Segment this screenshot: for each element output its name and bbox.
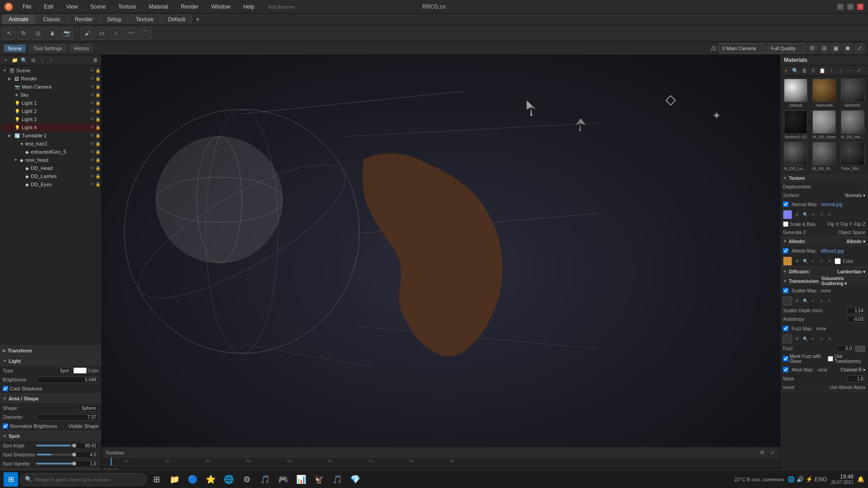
tree-item-light2[interactable]: 💡 Light 2 👁 🔒 (1, 107, 100, 115)
figure-tool-button[interactable]: ♟ (46, 27, 59, 40)
material-item-lambert2[interactable]: lambert2 (839, 78, 866, 108)
fuzz-edit-button[interactable]: ✏ (810, 336, 816, 342)
diameter-input[interactable] (37, 414, 99, 421)
quality-dropdown[interactable]: Full Quality (768, 43, 806, 53)
channel-value[interactable]: Channel R ▾ (840, 367, 865, 372)
app4-button[interactable]: ⭐ (203, 471, 219, 488)
normal-map-thumbnail[interactable] (783, 210, 792, 219)
material-item-haircards[interactable]: haircards (811, 78, 838, 108)
menu-help[interactable]: Help (241, 3, 257, 11)
tree-item-main-camera[interactable]: 📷 Main Camera 👁 🔒 (1, 83, 100, 91)
tree-item-new-head[interactable]: ▼ ◆ new_head 👁 🔒 (1, 156, 100, 164)
app11-button[interactable]: 🎵 (329, 471, 345, 488)
mat-export-button[interactable]: ↓ (836, 66, 844, 75)
spot-vignette-thumb[interactable] (72, 462, 76, 465)
fuzz-copy-button[interactable]: ⎘ (818, 336, 825, 342)
eye-icon[interactable]: 👁 (90, 76, 94, 81)
camera-dropdown[interactable]: 3 Main Camera (719, 43, 766, 53)
eye-icon[interactable]: 👁 (90, 174, 94, 178)
tree-expand-button[interactable]: ↓ (38, 56, 46, 64)
eye-icon[interactable]: 👁 (90, 125, 94, 130)
cast-shadows-checkbox[interactable] (3, 386, 8, 391)
tree-add-button[interactable]: + (2, 56, 10, 64)
keyboard-layout-icon[interactable]: ENG (815, 476, 827, 483)
wave-tool-button[interactable]: 〰 (124, 27, 137, 40)
menu-window[interactable]: Window (208, 3, 233, 11)
transmission-header[interactable]: ▼ Transmission: Volumetric Scattering ▾ (780, 277, 868, 286)
eye-icon[interactable]: 👁 (90, 166, 94, 170)
scatter-thumbnail[interactable] (783, 296, 792, 305)
timeline-settings-icon[interactable]: ⚙ (758, 449, 766, 457)
mask-input[interactable] (847, 375, 865, 382)
app-logo[interactable]: R (5, 3, 13, 11)
lock-icon[interactable]: 🔒 (95, 174, 100, 178)
scatter-delete-button[interactable]: ✕ (826, 298, 833, 304)
lock-icon[interactable]: 🔒 (95, 158, 100, 162)
lock-icon[interactable]: 🔒 (95, 109, 100, 113)
expand-icon[interactable]: ⤢ (854, 43, 864, 53)
spot-header[interactable]: ▼ Spot (0, 431, 101, 441)
normal-gear-button[interactable]: ⚙ (794, 211, 800, 218)
lock-icon[interactable]: 🔒 (95, 76, 100, 81)
fuzz-thumbnail[interactable] (783, 334, 792, 343)
albedo-header[interactable]: ▼ Albedo: Albedo ▾ (780, 237, 868, 246)
transform-header[interactable]: ▶ Transform (0, 346, 101, 356)
menu-material[interactable]: Material (146, 3, 171, 11)
normal-edit-button[interactable]: ✏ (810, 211, 816, 218)
app9-button[interactable]: 📊 (293, 471, 309, 488)
spot-vignette-input[interactable] (76, 460, 99, 467)
light-handle-icon[interactable]: ◇ (665, 91, 676, 107)
clock-display[interactable]: 19:48 26.07.2021 (831, 474, 854, 485)
lock-icon[interactable]: 🔒 (95, 133, 100, 138)
mat-copy-button[interactable]: ⎘ (809, 66, 817, 75)
material-item-mdd-rings[interactable]: M_DD_Rings (811, 141, 838, 172)
tree-delete-button[interactable]: 🗑 (91, 56, 99, 64)
fuzz-map-checkbox[interactable] (783, 326, 788, 331)
browser-button[interactable]: 🌐 (221, 471, 237, 488)
material-item-default[interactable]: Default (782, 78, 810, 108)
timeline-playhead[interactable] (111, 458, 112, 465)
albedo-search-button[interactable]: 🔍 (802, 258, 808, 264)
sphere-tool-button[interactable]: ⊙ (32, 27, 44, 40)
albedo-color-swatch[interactable] (835, 258, 841, 264)
eye-icon[interactable]: 👁 (90, 68, 94, 73)
scatter-depth-input[interactable] (847, 307, 865, 314)
transmission-value[interactable]: Volumetric Scattering ▾ (821, 276, 865, 286)
eye-icon[interactable]: 👁 (90, 158, 94, 162)
rotate-tool-button[interactable]: ↻ (17, 27, 30, 40)
settings-button[interactable]: ⚙ (239, 471, 255, 488)
diffusion-header[interactable]: ▼ Diffusion: Lambertian ▾ (780, 267, 868, 276)
menu-edit[interactable]: Edit (41, 3, 56, 11)
tab-setup[interactable]: Setup (100, 14, 128, 24)
normal-copy-button[interactable]: ⎘ (818, 211, 825, 218)
mat-settings-button[interactable]: ⋯ (845, 66, 854, 75)
lock-icon[interactable]: 🔒 (95, 141, 100, 146)
mask-fuzz-checkbox[interactable] (783, 356, 788, 361)
eye-icon[interactable]: 👁 (90, 101, 94, 105)
close-button[interactable]: ✕ (857, 4, 863, 10)
mat-expand-button[interactable]: ⤢ (854, 66, 863, 75)
tab-classic[interactable]: Classic (36, 14, 67, 24)
fuzz-input[interactable] (835, 345, 854, 352)
albedo-map-checkbox[interactable] (783, 248, 788, 253)
albedo-gear-button[interactable]: ⚙ (794, 258, 800, 264)
tree-search-button[interactable]: 🔍 (20, 56, 28, 64)
diffusion-value[interactable]: Lambertian ▾ (837, 269, 865, 274)
minimize-button[interactable]: ─ (837, 4, 844, 10)
scene-button[interactable]: Scene (4, 44, 26, 52)
surface-value[interactable]: Normals ▾ (845, 193, 865, 198)
taskbar-search[interactable]: 🔍 Введите здесь текст для поиска (20, 473, 146, 486)
mat-search-button[interactable]: 🔍 (791, 66, 799, 75)
material-item-lambert2i[interactable]: lambert2 (1) (782, 109, 810, 140)
material-item-mdd-head[interactable]: M_DD_Head (839, 109, 866, 140)
path-tool-button[interactable]: ⌒ (139, 27, 151, 40)
tree-item-light4[interactable]: 💡 Light 4 👁 🔒 (1, 123, 100, 131)
material-item-mdd-lashes[interactable]: M_DD_Lashes (782, 141, 810, 172)
tree-item-render[interactable]: ▶ 🖼 Render 👁 🔒 (1, 75, 100, 83)
scatter-copy-button[interactable]: ⎘ (818, 298, 825, 304)
scatter-search-button[interactable]: 🔍 (802, 298, 808, 304)
app7-button[interactable]: 🎵 (257, 471, 273, 488)
select-tool-button[interactable]: ↖ (3, 27, 15, 40)
settings-icon[interactable]: ⚙ (807, 43, 817, 53)
menu-render[interactable]: Render (178, 3, 201, 11)
